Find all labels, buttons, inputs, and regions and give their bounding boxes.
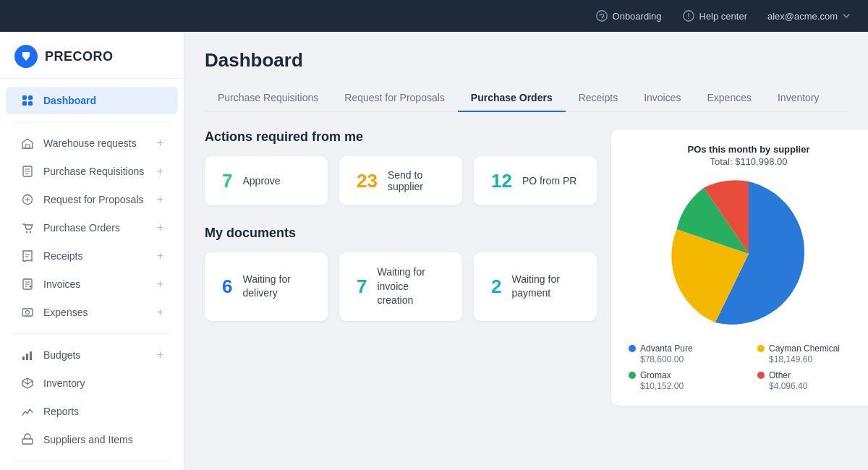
svg-rect-20 <box>22 439 33 444</box>
sidebar-label-po: Purchase Orders <box>43 222 148 234</box>
onboarding-button[interactable]: Onboarding <box>595 9 662 22</box>
divider-3 <box>12 461 172 461</box>
legend-advanta: Advanta Pure $78,600.00 <box>629 343 740 364</box>
tab-purchase-orders[interactable]: Purchase Orders <box>458 85 566 112</box>
invoice-label: Waiting for invoice creation <box>377 265 445 308</box>
chart-legend: Advanta Pure $78,600.00 Cayman Chemical … <box>629 343 868 391</box>
actions-section: Actions required from me 7 Approve 23 Se… <box>205 129 597 226</box>
tab-rfp[interactable]: Request for Proposals <box>331 85 458 112</box>
sidebar-label-reports: Reports <box>43 406 163 417</box>
sidebar-item-reports[interactable]: Reports <box>6 398 178 425</box>
sidebar-label-receipts: Receipts <box>43 250 148 262</box>
help-center-button[interactable]: Help center <box>682 9 747 22</box>
payment-label: Waiting for payment <box>511 273 579 301</box>
svg-rect-8 <box>25 145 30 148</box>
po-icon <box>20 221 35 235</box>
action-card-po-from-pr[interactable]: 12 PO from PR <box>474 156 597 205</box>
requisitions-icon <box>20 164 35 179</box>
sidebar-label-dashboard: Dashboard <box>43 95 163 106</box>
svg-point-1 <box>601 19 602 20</box>
sidebar-label-inventory: Inventory <box>43 377 163 389</box>
receipts-plus[interactable]: + <box>157 249 163 262</box>
sidebar-item-dashboard[interactable]: Dashboard <box>6 87 178 114</box>
po-plus[interactable]: + <box>157 221 163 234</box>
svg-rect-17 <box>22 356 25 360</box>
chevron-down-icon <box>842 12 851 20</box>
app-layout: PRECORO Dashboard <box>0 32 868 470</box>
approve-count: 7 <box>222 170 232 192</box>
budgets-icon <box>20 348 35 362</box>
chart-card: POs this month by supplier Total: $110,9… <box>611 129 868 406</box>
legend-label-cayman: Cayman Chemical <box>769 343 840 354</box>
sidebar-item-rfp[interactable]: Request for Proposals + <box>6 186 178 213</box>
tab-expences[interactable]: Expences <box>694 85 765 112</box>
budgets-plus[interactable]: + <box>157 349 163 362</box>
legend-label-other: Other <box>769 370 791 380</box>
requisitions-plus[interactable]: + <box>157 165 163 178</box>
tab-receipts[interactable]: Receipts <box>566 85 631 112</box>
warehouse-icon <box>20 136 35 150</box>
user-menu[interactable]: alex@acme.com <box>767 11 851 22</box>
sidebar-item-purchase-orders[interactable]: Purchase Orders + <box>6 214 178 242</box>
send-label: Send to supplier <box>388 169 445 192</box>
documents-section: My documents 6 Waiting for delivery 7 Wa… <box>205 226 597 341</box>
svg-point-11 <box>26 231 27 233</box>
action-cards-row: 7 Approve 23 Send to supplier 12 PO from… <box>205 156 597 205</box>
sidebar-item-inventory[interactable]: Inventory <box>6 369 178 397</box>
sidebar-item-receipts[interactable]: Receipts + <box>6 242 178 270</box>
legend-label-advanta: Advanta Pure <box>640 343 693 354</box>
legend-value-other: $4,096.40 <box>769 381 868 391</box>
sidebar-label-invoices: Invoices <box>43 278 148 290</box>
tab-bar: Purchase Requisitions Request for Propos… <box>205 85 848 112</box>
svg-rect-18 <box>26 354 28 360</box>
chart-title: POs this month by supplier <box>687 144 809 155</box>
doc-card-delivery[interactable]: 6 Waiting for delivery <box>205 252 328 321</box>
sidebar-label-requisitions: Purchase Requisitions <box>43 166 148 177</box>
chart-subtitle: Total: $110,998.00 <box>710 156 788 167</box>
sidebar-label-suppliers: Suppliers and Items <box>43 434 163 445</box>
tab-purchase-requisitions[interactable]: Purchase Requisitions <box>205 85 331 112</box>
rfp-plus[interactable]: + <box>157 193 163 206</box>
legend-value-cayman: $18,149.60 <box>769 354 868 364</box>
expenses-icon <box>20 305 35 320</box>
sidebar-item-suppliers[interactable]: Suppliers and Items <box>6 426 178 453</box>
suppliers-icon <box>20 432 35 447</box>
logo: PRECORO <box>0 32 184 79</box>
left-column: Actions required from me 7 Approve 23 Se… <box>205 129 597 406</box>
divider-2 <box>12 333 172 334</box>
onboarding-icon <box>595 9 608 22</box>
svg-rect-6 <box>22 101 27 106</box>
sidebar-item-expenses[interactable]: Expenses + <box>6 299 178 326</box>
doc-card-payment[interactable]: 2 Waiting for payment <box>474 252 597 321</box>
sidebar: PRECORO Dashboard <box>0 32 184 470</box>
sidebar-item-warehouse-requests[interactable]: Warehouse requests + <box>6 129 178 157</box>
rfp-icon <box>20 192 35 207</box>
tab-invoices[interactable]: Invoices <box>631 85 694 112</box>
sidebar-label-warehouse: Warehouse requests <box>43 137 148 149</box>
svg-point-14 <box>30 286 32 288</box>
expenses-plus[interactable]: + <box>157 306 163 319</box>
warehouse-plus[interactable]: + <box>157 137 163 150</box>
legend-label-gromax: Gromax <box>640 370 671 380</box>
legend-gromax: Gromax $10,152.00 <box>629 370 740 391</box>
logo-shape <box>20 50 33 63</box>
sidebar-label-budgets: Budgets <box>43 349 148 361</box>
doc-cards-row: 6 Waiting for delivery 7 Waiting for inv… <box>205 252 597 321</box>
sidebar-item-purchase-requisitions[interactable]: Purchase Requisitions + <box>6 158 178 185</box>
action-card-approve[interactable]: 7 Approve <box>205 156 328 205</box>
legend-cayman: Cayman Chemical $18,149.60 <box>757 343 868 364</box>
legend-dot-other <box>757 372 765 379</box>
sidebar-item-invoices[interactable]: Invoices + <box>6 270 178 298</box>
po-count: 12 <box>491 170 512 192</box>
doc-card-invoice-creation[interactable]: 7 Waiting for invoice creation <box>339 252 462 321</box>
action-card-send-supplier[interactable]: 23 Send to supplier <box>339 156 462 205</box>
invoices-plus[interactable]: + <box>157 278 163 291</box>
legend-dot-advanta <box>629 345 636 352</box>
po-label: PO from PR <box>522 175 576 187</box>
main-content: Dashboard Purchase Requisitions Request … <box>184 32 868 470</box>
documents-title: My documents <box>205 226 597 241</box>
sidebar-item-budgets[interactable]: Budgets + <box>6 341 178 369</box>
sidebar-label-expenses: Expenses <box>43 307 148 318</box>
send-count: 23 <box>357 170 378 192</box>
tab-inventory[interactable]: Inventory <box>765 85 833 112</box>
